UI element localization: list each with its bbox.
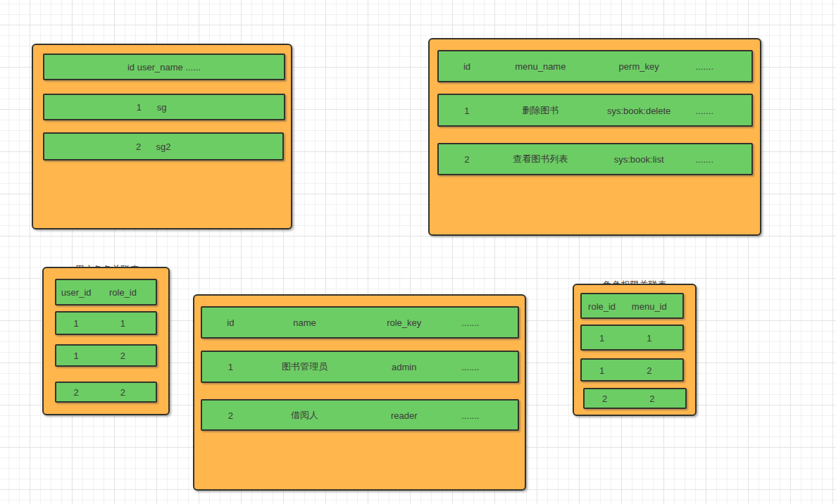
row-cell: 2	[120, 351, 125, 361]
row-cell: 1	[599, 332, 604, 343]
row-cell: 2	[649, 393, 654, 404]
table-row[interactable]: 1 1	[55, 311, 157, 335]
row-cell: 2	[228, 410, 233, 420]
table-row[interactable]: 2 sg2	[43, 132, 284, 160]
row-cell: 图书管理员	[282, 360, 327, 373]
row-cell: 2	[647, 365, 651, 375]
row-cell: 2	[74, 387, 79, 398]
row-cell: 1	[228, 362, 233, 372]
row-cell: sg	[157, 102, 167, 113]
row-cell: 1	[74, 351, 79, 361]
table-row-role-menu-header[interactable]: role_id menu_id	[580, 293, 684, 319]
table-row[interactable]: 1 图书管理员 admin .......	[201, 351, 519, 383]
row-cell: user_id	[61, 287, 92, 298]
table-row[interactable]: 2 2	[583, 388, 687, 409]
row-cell: .......	[461, 317, 479, 328]
row-cell: perm_key	[619, 61, 659, 72]
table-row[interactable]: 2 查看图书列表 sys:book:list .......	[437, 143, 753, 175]
row-cell: 1	[599, 365, 604, 375]
row-cell: 2	[602, 393, 607, 404]
table-row-role-header[interactable]: id name role_key .......	[201, 306, 519, 339]
row-cell: .......	[461, 410, 479, 420]
table-row-user-role-header[interactable]: user_id role_id	[55, 279, 157, 305]
table-row-menu-header[interactable]: id menu_name perm_key .......	[437, 50, 753, 82]
row-cell: 2	[464, 154, 469, 165]
table-box-role[interactable]: id name role_key ....... 1 图书管理员 admin .…	[193, 294, 526, 491]
table-box-menu[interactable]: id menu_name perm_key ....... 1 删除图书 sys…	[428, 38, 761, 236]
row-cell: sys:book:delete	[607, 105, 670, 115]
row-cell: sg2	[156, 141, 171, 152]
table-row-user-header[interactable]: id user_name ......	[43, 53, 285, 80]
table-row[interactable]: 2 2	[55, 382, 157, 403]
row-cell: role_id	[588, 301, 616, 311]
row-cell: .......	[696, 154, 713, 165]
table-row[interactable]: 2 借阅人 reader .......	[201, 399, 519, 431]
diagram-canvas[interactable]: 用户表 user id user_name ...... 1 sg 2 sg2 …	[0, 0, 836, 504]
table-box-user-role[interactable]: user_id role_id 1 1 1 2 2 2	[42, 267, 170, 415]
row-cell: 借阅人	[291, 409, 318, 422]
row-cell: menu_name	[515, 61, 566, 72]
row-cell: sys:book:list	[614, 154, 664, 165]
row-cell: .......	[696, 105, 713, 115]
row-cell: role_key	[387, 317, 421, 328]
row-cell: 1	[647, 332, 651, 343]
table-row[interactable]: 1 sg	[43, 94, 285, 120]
row-cell: 1	[74, 318, 79, 329]
table-row[interactable]: 1 2	[55, 344, 157, 367]
row-cell: 2	[136, 141, 141, 152]
table-box-user[interactable]: id user_name ...... 1 sg 2 sg2	[32, 44, 292, 229]
row-cell: 2	[120, 387, 125, 398]
row-cell: role_id	[109, 287, 137, 298]
row-cell: id	[463, 61, 470, 72]
row-cell: 1	[464, 105, 469, 115]
row-cell: 1	[120, 318, 125, 329]
row-cell: reader	[391, 410, 418, 420]
table-row[interactable]: 1 2	[580, 358, 684, 382]
row-cell: admin	[392, 362, 416, 372]
row-cell: .......	[696, 61, 713, 72]
row-cell: id user_name ......	[127, 62, 201, 73]
table-box-role-menu[interactable]: role_id menu_id 1 1 1 2 2 2	[573, 284, 697, 416]
row-cell: 删除图书	[522, 104, 559, 117]
row-cell: id	[227, 317, 234, 328]
row-cell: .......	[461, 362, 479, 372]
row-cell: 1	[137, 102, 142, 113]
table-row[interactable]: 1 删除图书 sys:book:delete .......	[437, 94, 753, 127]
row-cell: 查看图书列表	[513, 153, 568, 165]
row-cell: name	[293, 317, 316, 328]
table-row[interactable]: 1 1	[580, 325, 684, 351]
row-cell: menu_id	[632, 301, 667, 311]
